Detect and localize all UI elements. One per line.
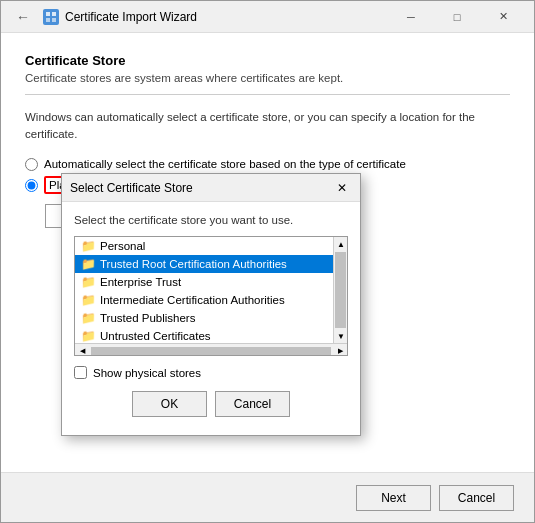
dialog-close-button[interactable]: ✕ (332, 178, 352, 198)
window-icon (43, 9, 59, 25)
info-text: Windows can automatically select a certi… (25, 109, 510, 144)
scroll-left-button[interactable]: ◀ (75, 344, 89, 357)
title-bar-controls: ─ □ ✕ (388, 1, 526, 33)
dialog-ok-button[interactable]: OK (132, 391, 207, 417)
section-title: Certificate Store (25, 53, 510, 68)
tree-item[interactable]: 📁Enterprise Trust (75, 273, 333, 291)
tree-scrollbar[interactable]: ▲ ▼ (333, 237, 347, 343)
window-close-button[interactable]: ✕ (480, 1, 526, 33)
maximize-button[interactable]: □ (434, 1, 480, 33)
minimize-button[interactable]: ─ (388, 1, 434, 33)
folder-icon: 📁 (81, 311, 96, 325)
folder-icon: 📁 (81, 329, 96, 343)
svg-rect-1 (52, 12, 56, 16)
next-button[interactable]: Next (356, 485, 431, 511)
tree-item[interactable]: 📁Untrusted Certificates (75, 327, 333, 343)
tree-item-label: Trusted Root Certification Authorities (100, 258, 287, 270)
main-content: Certificate Store Certificate stores are… (1, 33, 534, 472)
dialog-title: Select Certificate Store (70, 181, 193, 195)
svg-rect-2 (46, 18, 50, 22)
section-description: Certificate stores are system areas wher… (25, 72, 510, 84)
title-bar-left: ← Certificate Import Wizard (9, 3, 197, 31)
tree-item[interactable]: 📁Trusted Publishers (75, 309, 333, 327)
tree-item[interactable]: 📁Intermediate Certification Authorities (75, 291, 333, 309)
tree-item-label: Personal (100, 240, 145, 252)
tree-item-label: Intermediate Certification Authorities (100, 294, 285, 306)
dialog-content: Select the certificate store you want to… (62, 202, 360, 435)
horizontal-scrollbar[interactable]: ◀ ▶ (75, 343, 347, 356)
svg-rect-0 (46, 12, 50, 16)
dialog-description: Select the certificate store you want to… (74, 214, 348, 226)
folder-icon: 📁 (81, 293, 96, 307)
scroll-down-button[interactable]: ▼ (334, 329, 347, 343)
scroll-up-button[interactable]: ▲ (334, 237, 347, 251)
tree-item-label: Trusted Publishers (100, 312, 195, 324)
bottom-bar: Next Cancel (1, 472, 534, 522)
scroll-thumb[interactable] (335, 252, 346, 328)
show-physical-stores-label[interactable]: Show physical stores (93, 367, 201, 379)
window-title: Certificate Import Wizard (65, 10, 197, 24)
divider (25, 94, 510, 95)
radio-manual[interactable] (25, 179, 38, 192)
title-bar: ← Certificate Import Wizard ─ □ ✕ (1, 1, 534, 33)
show-physical-stores-checkbox[interactable] (74, 366, 87, 379)
folder-icon: 📁 (81, 275, 96, 289)
svg-rect-3 (52, 18, 56, 22)
main-window: ← Certificate Import Wizard ─ □ ✕ Certif… (0, 0, 535, 523)
tree-item-label: Untrusted Certificates (100, 330, 211, 342)
folder-icon: 📁 (81, 257, 96, 271)
cert-store-tree[interactable]: 📁Personal📁Trusted Root Certification Aut… (74, 236, 348, 356)
cancel-button[interactable]: Cancel (439, 485, 514, 511)
radio-auto[interactable] (25, 158, 38, 171)
radio-auto-label[interactable]: Automatically select the certificate sto… (44, 158, 406, 170)
dialog-cancel-button[interactable]: Cancel (215, 391, 290, 417)
tree-item[interactable]: 📁Personal (75, 237, 333, 255)
folder-icon: 📁 (81, 239, 96, 253)
radio-auto-item: Automatically select the certificate sto… (25, 158, 510, 171)
dialog-buttons: OK Cancel (74, 391, 348, 427)
tree-item-label: Enterprise Trust (100, 276, 181, 288)
scroll-right-button[interactable]: ▶ (333, 344, 347, 357)
back-button[interactable]: ← (9, 3, 37, 31)
physical-stores-row: Show physical stores (74, 366, 348, 379)
h-scroll-thumb[interactable] (91, 347, 331, 355)
select-cert-store-dialog: Select Certificate Store ✕ Select the ce… (61, 173, 361, 436)
dialog-title-bar: Select Certificate Store ✕ (62, 174, 360, 202)
tree-item[interactable]: 📁Trusted Root Certification Authorities (75, 255, 333, 273)
